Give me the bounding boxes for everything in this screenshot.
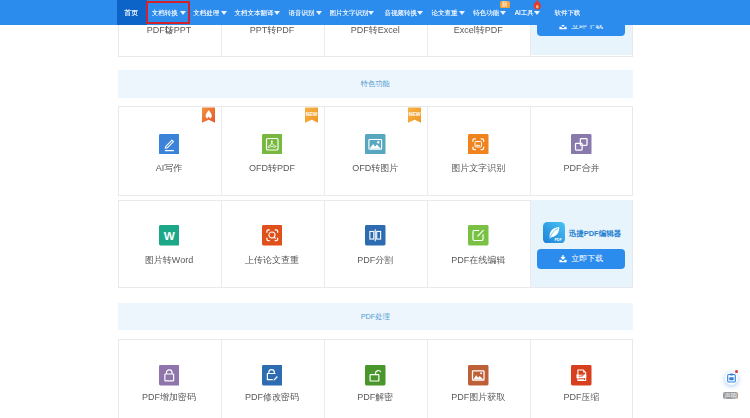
svg-text:PDF: PDF — [555, 237, 563, 241]
svg-text:ZIP: ZIP — [579, 375, 585, 379]
svg-text:NEW: NEW — [305, 111, 317, 117]
svg-text:NEW: NEW — [409, 111, 421, 117]
svg-text:W: W — [164, 229, 176, 242]
